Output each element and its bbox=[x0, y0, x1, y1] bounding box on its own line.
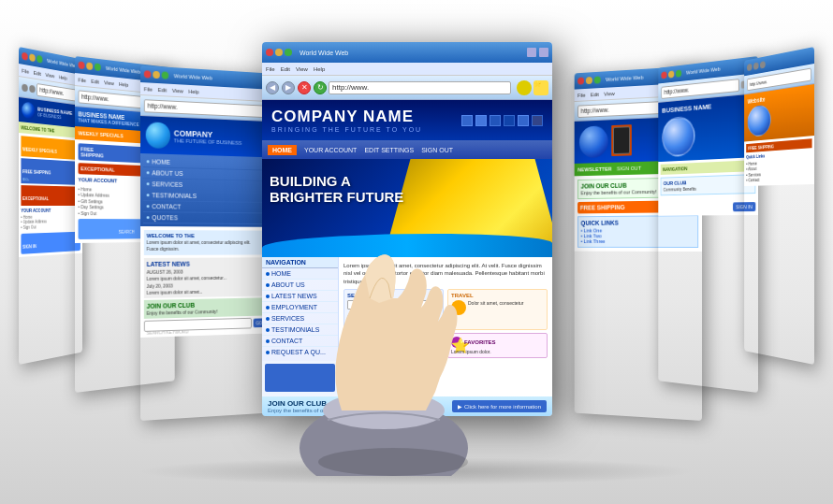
newsletter-label: NEWSLETTER bbox=[577, 166, 611, 173]
close-dot-l1 bbox=[79, 61, 85, 69]
address-center[interactable]: http://www. bbox=[329, 81, 511, 94]
search-keyword-input[interactable]: SEARCH KEYWORD bbox=[144, 318, 252, 332]
left2-content: WELCOME TO THE Lorem ipsum dolor sit ame… bbox=[140, 226, 268, 338]
min-r2 bbox=[668, 70, 674, 78]
left1-title: World Wide Web bbox=[106, 65, 140, 75]
left2-nav-quotes[interactable]: QUOTES bbox=[143, 212, 266, 224]
close-fr bbox=[747, 64, 753, 71]
header-square-1 bbox=[461, 115, 473, 126]
max-r1 bbox=[594, 77, 601, 84]
right2-biz-name: BUSINESS NAME bbox=[662, 98, 753, 114]
bullet-svc bbox=[266, 317, 270, 321]
max-dot bbox=[37, 55, 42, 64]
globe-icon-far-left bbox=[22, 101, 35, 120]
svg-point-2 bbox=[318, 448, 468, 476]
far-left-title: World Wide Web bbox=[47, 58, 78, 69]
max-dot-l1 bbox=[95, 63, 101, 71]
right2-content: NAVIGATION OUR CLUB Community Benefits S… bbox=[658, 157, 758, 216]
signup-btn[interactable]: SIGN IN bbox=[21, 232, 80, 254]
phone-container-r1 bbox=[611, 124, 632, 156]
weekly-specials-banner: WEEKLY SPECIALS bbox=[21, 136, 80, 160]
toolbar-center: ◀ ▶ ✕ ↻ http://www. ⭐ bbox=[262, 76, 552, 100]
hand-pointer bbox=[290, 233, 477, 476]
left2-welcome: WELCOME TO THE Lorem ipsum dolor sit ame… bbox=[144, 230, 265, 255]
max-l2 bbox=[162, 71, 168, 79]
bullet-home bbox=[266, 272, 270, 276]
min-dot bbox=[29, 53, 35, 62]
min-fr bbox=[753, 62, 759, 69]
close-l2 bbox=[144, 70, 152, 78]
center-company-name: COMPANY NAME bbox=[271, 108, 422, 126]
globe-r2 bbox=[662, 115, 694, 157]
min-l2 bbox=[153, 71, 160, 79]
address-left-2[interactable]: http://www. bbox=[144, 99, 265, 118]
min-dot-l1 bbox=[86, 62, 93, 70]
globe-far-right bbox=[748, 104, 771, 137]
max-r2 bbox=[676, 70, 681, 78]
header-square-5 bbox=[518, 115, 529, 126]
free-shipping-banner: FREE SHIPPING $50+ bbox=[21, 158, 80, 185]
close-dot bbox=[22, 52, 27, 61]
max-center[interactable] bbox=[285, 49, 292, 56]
bullet-about bbox=[266, 283, 270, 287]
right2-our-club: OUR CLUB Community Benefits bbox=[661, 174, 756, 195]
browser-far-left: World Wide Web FileEditViewHelp http://w… bbox=[19, 47, 82, 365]
bullet-emp bbox=[266, 306, 270, 310]
sign-out-r1: SIGN OUT bbox=[617, 166, 641, 172]
center-nav-bar: HOME YOUR ACCOUNT EDIT SETTINGS SIGN OUT bbox=[262, 140, 552, 159]
far-left-content: WEEKLY SPECIALS FREE SHIPPING $50+ EXCEP… bbox=[19, 133, 82, 257]
far-right-content: FREE SHIPPING Quick Links • Home • About… bbox=[744, 136, 814, 186]
titlebar-center: World Wide Web bbox=[262, 42, 552, 63]
forward-btn-center[interactable]: ▶ bbox=[282, 81, 295, 94]
left2-join: JOIN OUR CLUB Enjoy the benefits of our … bbox=[144, 297, 265, 319]
left2-company-header: COMPANY THE FUTURE OF BUSINESS bbox=[140, 116, 268, 157]
center-company-tagline: BRINGING THE FUTURE TO YOU bbox=[271, 126, 422, 133]
close-r1 bbox=[577, 78, 584, 85]
search-icon-center[interactable] bbox=[517, 80, 532, 95]
exceptional-banner: EXCEPTIONAL bbox=[21, 185, 80, 206]
star-icon-center[interactable]: ⭐ bbox=[533, 80, 548, 95]
bullet-req bbox=[266, 351, 270, 354]
globe-r1 bbox=[579, 125, 608, 158]
center-icon-2 bbox=[539, 48, 548, 57]
refresh-btn-center[interactable]: ↻ bbox=[314, 81, 327, 94]
header-square-6 bbox=[532, 115, 543, 126]
back-icon[interactable] bbox=[22, 83, 27, 92]
center-title: World Wide Web bbox=[300, 50, 348, 56]
right2-signin: SIGN IN bbox=[661, 195, 756, 213]
bullet-contact bbox=[266, 339, 270, 343]
globe-icon-left2 bbox=[146, 122, 170, 149]
scene: World Wide Web FileEditViewHelp http://w… bbox=[0, 0, 833, 504]
far-right-header-area: Website bbox=[744, 84, 814, 142]
browser-left-2: World Wide Web FileEditViewHelp http://w… bbox=[140, 65, 268, 421]
bullet-test bbox=[266, 328, 270, 332]
max-fr bbox=[760, 61, 766, 69]
header-square-2 bbox=[475, 115, 487, 126]
header-square-3 bbox=[490, 115, 501, 126]
back-btn-center[interactable]: ◀ bbox=[266, 81, 279, 94]
right2-header-area: BUSINESS NAME bbox=[658, 94, 758, 162]
menubar-center: File Edit View Help bbox=[262, 63, 552, 76]
center-site-header: COMPANY NAME BRINGING THE FUTURE TO YOU bbox=[262, 100, 552, 140]
left2-search-bar: SEARCH KEYWORD GO bbox=[144, 317, 265, 331]
left2-nav: HOME ABOUT US SERVICES TESTIMONIALS CONT… bbox=[140, 153, 268, 227]
phone-icon-r1 bbox=[613, 126, 630, 154]
latest-news-label: LATEST NEWS bbox=[147, 260, 263, 267]
nav-signout[interactable]: SIGN OUT bbox=[421, 147, 453, 153]
bullet-news bbox=[266, 295, 270, 298]
forward-icon[interactable] bbox=[29, 84, 35, 93]
browser-right-2: World Wide Web http://www. ⭐ BUSINESS NA… bbox=[658, 56, 758, 393]
close-center[interactable] bbox=[266, 49, 273, 56]
nav-account[interactable]: YOUR ACCOUNT bbox=[304, 147, 357, 153]
nav-home[interactable]: HOME bbox=[268, 145, 297, 155]
left2-news-box: LATEST NEWS AUGUST 26, 2003Lorem ipsum d… bbox=[144, 257, 265, 298]
hero-text: BUILDING ABRIGHTER FUTURE bbox=[270, 173, 403, 206]
center-icon-1 bbox=[527, 48, 536, 57]
nav-settings[interactable]: EDIT SETTINGS bbox=[364, 147, 414, 153]
close-r2 bbox=[661, 71, 666, 79]
address-bar-far-left[interactable]: http://www. bbox=[37, 83, 80, 102]
stop-btn-center[interactable]: ✕ bbox=[298, 81, 311, 94]
min-center[interactable] bbox=[275, 49, 283, 56]
browser-far-right: http://www. Website FREE SHIPPING Quick … bbox=[744, 47, 814, 365]
header-square-4 bbox=[504, 115, 515, 126]
